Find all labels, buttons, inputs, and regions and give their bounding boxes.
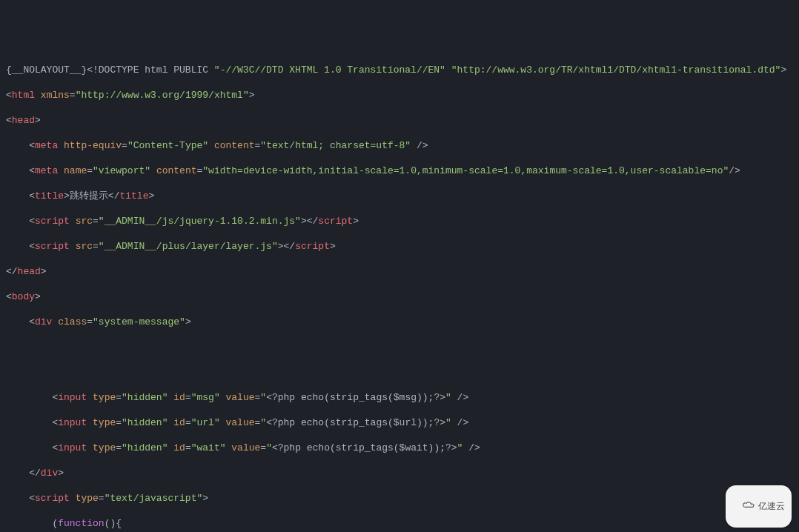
code-line: <title>跳转提示</title> — [6, 190, 793, 202]
code-line: <input type="hidden" id="msg" value="<?p… — [6, 391, 793, 404]
code-line: <div class="system-message"> — [6, 316, 793, 328]
code-line: <input type="hidden" id="wait" value="<?… — [6, 442, 793, 454]
watermark-badge: 亿速云 — [726, 485, 792, 528]
watermark-text: 亿速云 — [758, 500, 785, 513]
code-line: <body> — [6, 290, 793, 303]
code-line: <meta http-equiv="Content-Type" content=… — [6, 139, 793, 152]
code-line: (function(){ — [6, 517, 793, 530]
code-line — [6, 341, 793, 353]
code-line: </div> — [6, 467, 793, 479]
code-block: {__NOLAYOUT__}<!DOCTYPE html PUBLIC "-//… — [6, 51, 793, 532]
code-line: <script src="__ADMIN__/js/jquery-1.10.2.… — [6, 215, 793, 227]
cloud-icon — [732, 488, 755, 525]
code-line: <meta name="viewport" content="width=dev… — [6, 164, 793, 177]
code-line: <input type="hidden" id="url" value="<?p… — [6, 416, 793, 429]
code-line — [6, 366, 793, 379]
code-line: {__NOLAYOUT__}<!DOCTYPE html PUBLIC "-//… — [6, 64, 793, 76]
code-line: <script src="__ADMIN__/plus/layer/layer.… — [6, 240, 793, 253]
code-line: <script type="text/javascript"> — [6, 492, 793, 505]
code-line: </head> — [6, 265, 793, 278]
code-line: <head> — [6, 114, 793, 127]
code-line: <html xmlns="http://www.w3.org/1999/xhtm… — [6, 89, 793, 102]
